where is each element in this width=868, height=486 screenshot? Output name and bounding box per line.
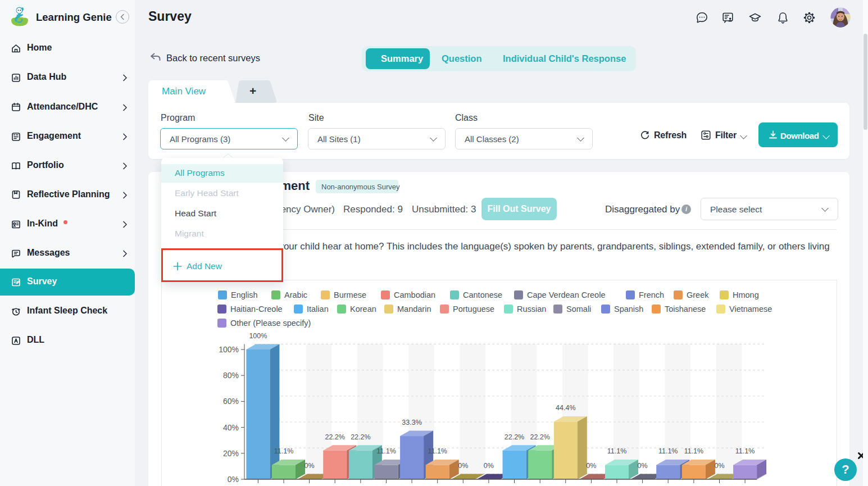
svg-text:33.3%: 33.3%	[402, 419, 421, 426]
svg-text:11.1%: 11.1%	[735, 447, 755, 455]
svg-text:22.2%: 22.2%	[530, 433, 549, 441]
svg-text:22.2%: 22.2%	[325, 433, 344, 441]
svg-text:80%: 80%	[223, 371, 239, 380]
svg-text:60%: 60%	[223, 397, 239, 406]
svg-text:0%: 0%	[638, 462, 648, 470]
svg-text:0%: 0%	[458, 462, 468, 470]
svg-text:11.1%: 11.1%	[376, 447, 396, 455]
svg-text:0%: 0%	[714, 462, 724, 470]
svg-text:100%: 100%	[219, 345, 239, 354]
svg-text:44.4%: 44.4%	[556, 404, 575, 412]
svg-text:0%: 0%	[305, 462, 315, 470]
svg-text:11.1%: 11.1%	[658, 447, 678, 455]
svg-text:20%: 20%	[223, 449, 239, 458]
svg-text:11.1%: 11.1%	[684, 447, 704, 455]
svg-text:100%: 100%	[249, 332, 267, 340]
svg-text:11.1%: 11.1%	[607, 447, 627, 455]
svg-text:40%: 40%	[223, 423, 239, 432]
svg-text:0%: 0%	[484, 462, 494, 470]
svg-text:22.2%: 22.2%	[505, 433, 524, 441]
svg-text:0%: 0%	[228, 475, 239, 484]
svg-text:11.1%: 11.1%	[428, 447, 447, 455]
svg-text:11.1%: 11.1%	[274, 447, 294, 455]
svg-text:0%: 0%	[586, 462, 596, 470]
svg-text:22.2%: 22.2%	[351, 433, 370, 441]
